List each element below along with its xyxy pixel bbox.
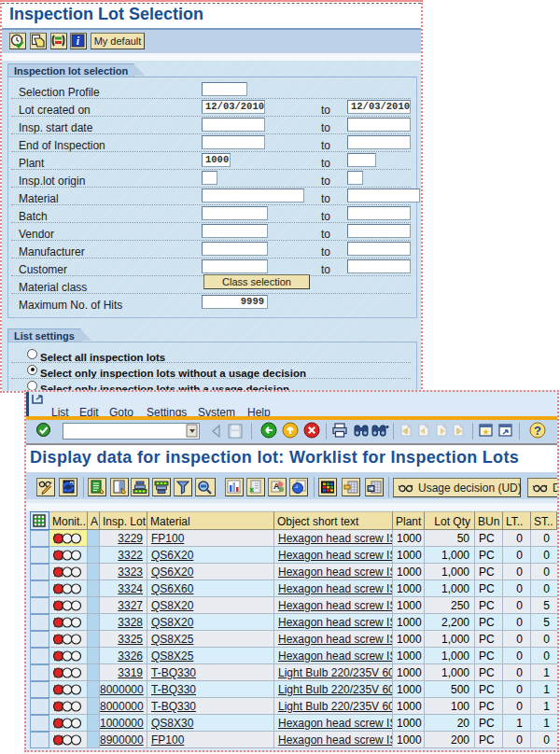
svg-text:?: ? <box>534 424 541 438</box>
